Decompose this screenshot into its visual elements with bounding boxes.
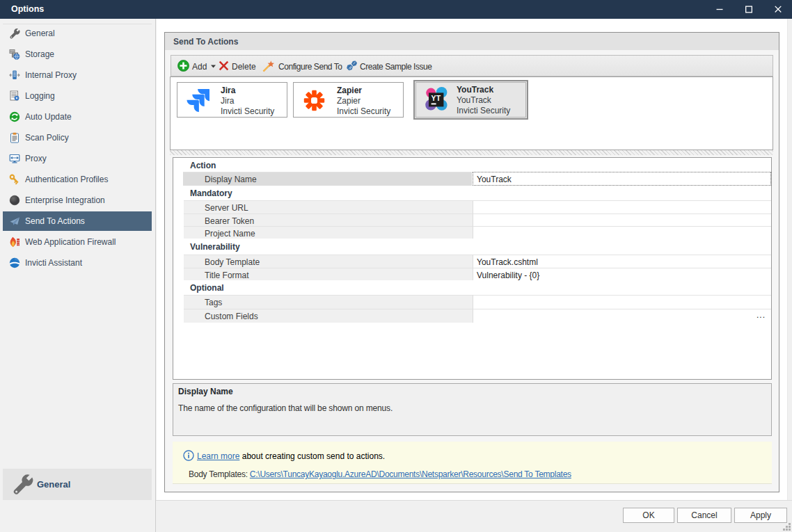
svg-text:YT: YT	[431, 94, 441, 102]
